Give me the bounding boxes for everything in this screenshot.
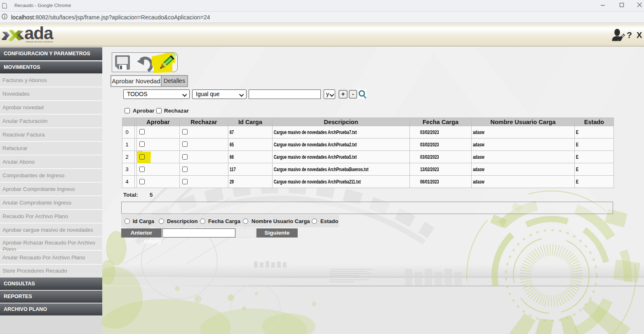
- svg-text:ada: ada: [24, 24, 54, 43]
- svg-text:X: X: [637, 31, 642, 40]
- svg-text:shared services solutions: shared services solutions: [26, 40, 53, 43]
- svg-text:?: ?: [627, 30, 632, 40]
